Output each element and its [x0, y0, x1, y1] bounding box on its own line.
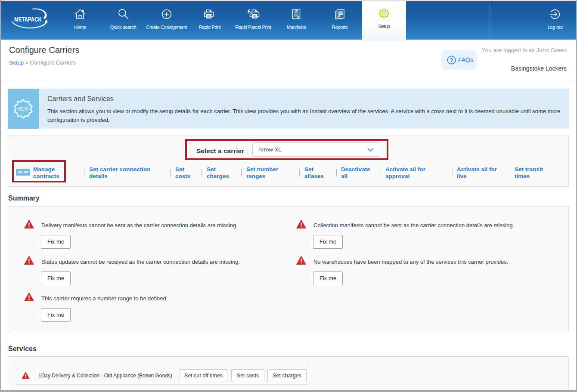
svg-text:NEW: NEW — [18, 107, 29, 111]
svg-text:?: ? — [450, 57, 453, 63]
svg-text:METAPACK: METAPACK — [14, 15, 42, 23]
